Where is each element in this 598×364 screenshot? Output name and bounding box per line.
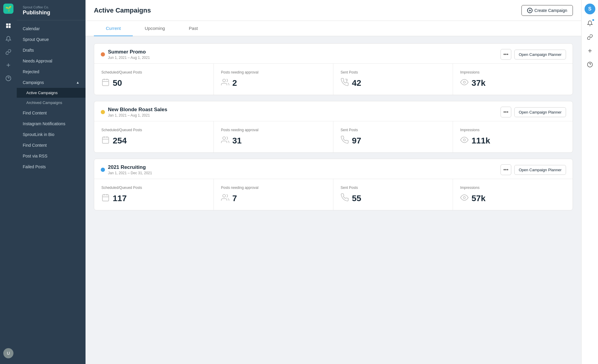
rail-icon-links[interactable]: [2, 46, 14, 58]
stat-value: 117: [113, 194, 127, 203]
stat-needs-approval: Posts needing approval 31: [214, 121, 333, 152]
calendar-icon: [101, 193, 110, 204]
stat-label: Sent Posts: [341, 70, 446, 74]
sent-icon: [341, 78, 349, 88]
icon-rail: 🌱 U: [0, 0, 17, 364]
sent-icon: [341, 193, 349, 204]
campaign-title-block: Summer Promo Jun 1, 2021 – Aug 1, 2021: [108, 49, 501, 60]
stat-label: Sent Posts: [341, 128, 446, 132]
sidebar-sub-label: Active Campaigns: [26, 91, 58, 95]
chevron-up-icon: ▲: [76, 80, 80, 85]
stat-value: 2: [232, 78, 237, 88]
stat-label: Sent Posts: [341, 186, 446, 190]
svg-point-25: [463, 197, 466, 199]
sidebar-item-calendar[interactable]: Calendar: [17, 23, 86, 34]
svg-point-19: [463, 139, 466, 141]
calendar-icon: [101, 136, 110, 146]
sidebar-item-active-campaigns[interactable]: Active Campaigns: [17, 88, 86, 98]
sidebar-nav: Calendar Sprout Queue Drafts Needs Appro…: [17, 20, 86, 364]
sidebar-item-label: SproutLink in Bio: [23, 132, 54, 137]
sidebar-item-failed-posts[interactable]: Failed Posts: [17, 161, 86, 172]
stat-value: 111k: [472, 136, 490, 146]
stat-impressions: Impressions 57k: [453, 179, 573, 210]
sidebar-item-find-content[interactable]: Find Content: [17, 108, 86, 118]
sidebar-item-label: Calendar: [23, 26, 40, 31]
approval-icon: [221, 78, 229, 88]
main-header: Active Campaigns + Create Campaign: [86, 0, 581, 21]
stat-needs-approval: Posts needing approval 7: [214, 179, 333, 210]
sidebar-item-label: Find Content: [23, 143, 47, 148]
more-options-button[interactable]: •••: [501, 164, 511, 175]
stat-scheduled-queued: Scheduled/Queued Posts 117: [94, 179, 214, 210]
svg-point-13: [463, 81, 466, 83]
stat-sent-posts: Sent Posts 42: [333, 64, 453, 95]
stats-grid: Scheduled/Queued Posts 117 Posts needing…: [94, 179, 573, 210]
stat-impressions: Impressions 37k: [453, 64, 573, 95]
sidebar-item-needs-approval[interactable]: Needs Approval: [17, 56, 86, 66]
campaign-header: New Blonde Roast Sales Jan 1, 2021 – Aug…: [94, 101, 573, 121]
more-options-button[interactable]: •••: [501, 49, 511, 60]
sidebar-item-rejected[interactable]: Rejected: [17, 66, 86, 77]
stat-value-row: 42: [341, 78, 446, 88]
right-rail-add[interactable]: [584, 45, 596, 57]
stat-value: 7: [232, 194, 237, 203]
rail-icon-add[interactable]: [2, 59, 14, 71]
rail-icon-help[interactable]: [2, 72, 14, 84]
sidebar-item-label: Instagram Notifications: [23, 121, 65, 126]
campaign-title-block: 2021 Recruiting Jan 1, 2021 – Dec 31, 20…: [108, 164, 501, 175]
sidebar-item-sproutlink[interactable]: SproutLink in Bio: [17, 129, 86, 140]
svg-rect-8: [103, 79, 109, 86]
right-rail-help[interactable]: [584, 59, 596, 71]
more-options-button[interactable]: •••: [501, 107, 511, 117]
create-campaign-button[interactable]: + Create Campaign: [521, 5, 573, 16]
stat-value: 42: [352, 78, 361, 88]
open-campaign-planner-button[interactable]: Open Campaign Planner: [514, 165, 566, 175]
svg-point-18: [223, 137, 225, 140]
calendar-icon: [101, 78, 110, 88]
campaign-color-dot: [101, 52, 105, 56]
sidebar-item-label: Find Content: [23, 111, 47, 115]
tab-current[interactable]: Current: [94, 21, 133, 36]
campaign-actions: ••• Open Campaign Planner: [501, 107, 566, 117]
campaign-name: Summer Promo: [108, 49, 501, 55]
campaign-name: 2021 Recruiting: [108, 164, 501, 170]
sidebar-item-find-content-2[interactable]: Find Content: [17, 140, 86, 151]
user-avatar[interactable]: U: [3, 348, 13, 358]
rail-icon-notifications[interactable]: [2, 33, 14, 45]
stat-label: Impressions: [460, 70, 565, 74]
campaign-header: 2021 Recruiting Jan 1, 2021 – Dec 31, 20…: [94, 159, 573, 179]
tab-past[interactable]: Past: [177, 21, 210, 36]
tab-upcoming[interactable]: Upcoming: [133, 21, 177, 36]
stat-impressions: Impressions 111k: [453, 121, 573, 152]
svg-rect-20: [103, 195, 109, 201]
rail-icon-avatar[interactable]: U: [2, 347, 14, 359]
right-rail-notifications[interactable]: [584, 17, 596, 29]
campaign-date: Jan 1, 2021 – Dec 31, 2021: [108, 171, 501, 175]
sidebar-campaigns-section[interactable]: Campaigns ▲: [17, 77, 86, 88]
eye-icon: [460, 193, 469, 204]
user-profile-button[interactable]: S: [585, 4, 595, 14]
svg-point-24: [223, 195, 225, 197]
stat-value-row: 7: [221, 193, 326, 204]
open-campaign-planner-button[interactable]: Open Campaign Planner: [514, 50, 566, 59]
sidebar-item-post-via-rss[interactable]: Post via RSS: [17, 151, 86, 161]
sidebar: Sprout Coffee Co. Publishing Calendar Sp…: [17, 0, 86, 364]
svg-rect-14: [103, 137, 109, 143]
campaigns-label: Campaigns: [23, 80, 44, 85]
sidebar-item-instagram-notifications[interactable]: Instagram Notifications: [17, 118, 86, 129]
rail-icon-publishing[interactable]: [2, 20, 14, 32]
sidebar-item-archived-campaigns[interactable]: Archived Campaigns: [17, 98, 86, 108]
sidebar-item-drafts[interactable]: Drafts: [17, 45, 86, 56]
create-campaign-label: Create Campaign: [534, 8, 567, 13]
stat-value: 37k: [472, 78, 486, 88]
stat-value: 254: [113, 136, 127, 146]
sidebar-item-label: Sprout Queue: [23, 37, 49, 42]
stat-value-row: 37k: [460, 78, 565, 88]
right-rail: S: [581, 0, 598, 364]
right-rail-link[interactable]: [584, 31, 596, 43]
stat-value: 31: [232, 136, 242, 146]
stat-value-row: 57k: [460, 193, 565, 204]
stat-value-row: 254: [101, 136, 206, 146]
open-campaign-planner-button[interactable]: Open Campaign Planner: [514, 107, 566, 117]
sidebar-item-sprout-queue[interactable]: Sprout Queue: [17, 34, 86, 45]
